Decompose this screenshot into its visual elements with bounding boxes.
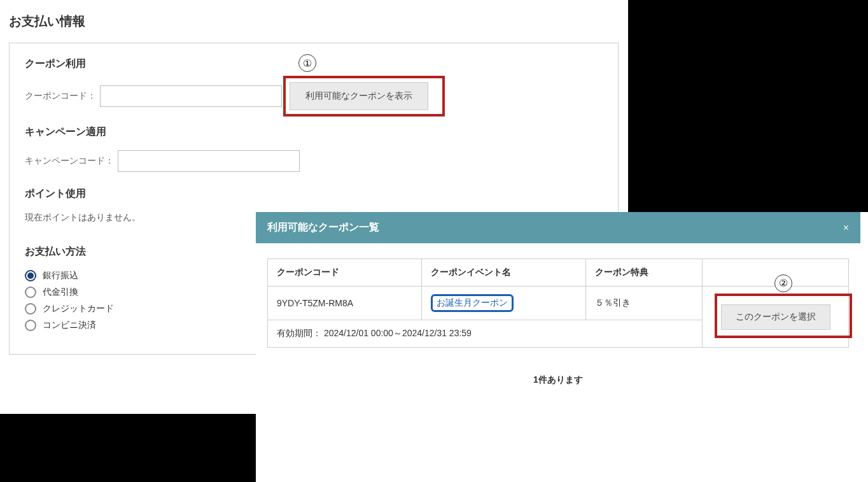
modal-body: クーポンコード クーポンイベント名 クーポン特典 9YDY-T5ZM-RM8A … <box>256 243 860 411</box>
col-benefit: クーポン特典 <box>585 259 702 287</box>
campaign-code-label: キャンペーンコード： <box>25 155 114 167</box>
coupon-list-modal: 利用可能なクーポン一覧 × クーポンコード クーポンイベント名 クーポン特典 9… <box>256 212 860 411</box>
black-mask-right <box>628 0 868 212</box>
result-count: 1件あります <box>267 374 849 386</box>
annotation-number-2: ② <box>774 274 792 292</box>
col-code: クーポンコード <box>268 259 422 287</box>
campaign-code-input[interactable] <box>118 150 300 172</box>
select-coupon-button[interactable]: このクーポンを選択 <box>721 304 830 330</box>
table-row: 9YDY-T5ZM-RM8A お誕生月クーポン ５％引き このクーポンを選択 ② <box>268 287 849 320</box>
radio-icon <box>25 320 36 331</box>
col-event: クーポンイベント名 <box>421 259 585 287</box>
event-name-pill: お誕生月クーポン <box>431 294 514 312</box>
modal-title: 利用可能なクーポン一覧 <box>267 221 379 234</box>
coupon-code-input[interactable] <box>100 85 282 107</box>
campaign-heading: キャンペーン適用 <box>25 125 603 139</box>
black-mask-bottom <box>0 414 256 482</box>
close-icon[interactable]: × <box>843 222 849 234</box>
points-heading: ポイント使用 <box>25 187 603 201</box>
cell-code: 9YDY-T5ZM-RM8A <box>268 287 422 320</box>
show-coupons-button[interactable]: 利用可能なクーポンを表示 <box>290 82 428 110</box>
coupon-section: クーポン利用 クーポンコード： 利用可能なクーポンを表示 ① <box>25 57 603 110</box>
coupon-code-label: クーポンコード： <box>25 90 96 102</box>
pay-option-label: クレジットカード <box>43 303 114 315</box>
annotation-number-1: ① <box>298 54 316 72</box>
pay-option-label: 代金引換 <box>43 287 78 298</box>
pay-option-label: 銀行振込 <box>43 270 78 281</box>
coupon-table: クーポンコード クーポンイベント名 クーポン特典 9YDY-T5ZM-RM8A … <box>267 259 849 348</box>
pay-option-label: コンビニ決済 <box>43 320 96 331</box>
campaign-section: キャンペーン適用 キャンペーンコード： <box>25 125 603 172</box>
cell-event: お誕生月クーポン <box>421 287 585 320</box>
radio-icon <box>25 287 36 298</box>
validity-text: 有効期間： 2024/12/01 00:00～2024/12/31 23:59 <box>268 320 703 348</box>
modal-header: 利用可能なクーポン一覧 × <box>256 212 860 243</box>
cell-benefit: ５％引き <box>585 287 702 320</box>
radio-icon <box>25 303 36 315</box>
cell-action: このクーポンを選択 ② <box>703 287 849 348</box>
radio-icon <box>25 270 36 281</box>
